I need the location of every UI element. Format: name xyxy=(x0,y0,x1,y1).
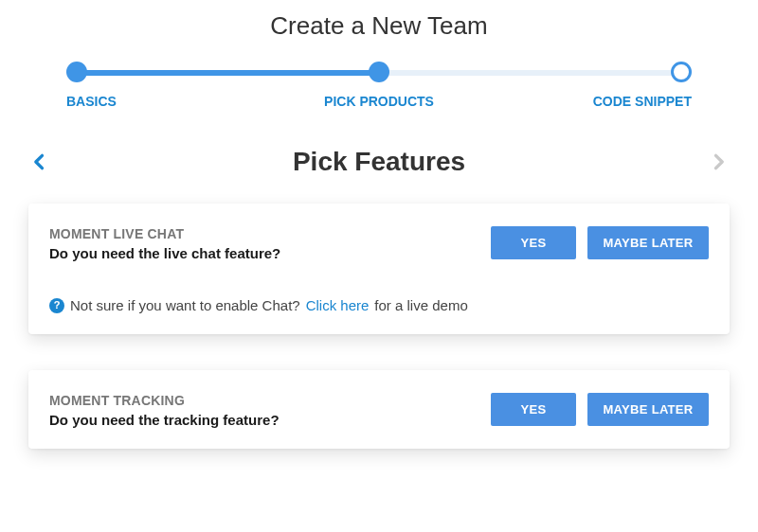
helper-link[interactable]: Click here xyxy=(306,297,370,313)
helper-text-after: for a live demo xyxy=(374,297,467,313)
card-overline: MOMENT LIVE CHAT xyxy=(49,226,491,241)
section-title: Pick Features xyxy=(293,147,465,177)
step-label: PICK PRODUCTS xyxy=(324,94,434,109)
chevron-left-icon[interactable] xyxy=(30,152,49,171)
feature-card-tracking: MOMENT TRACKING Do you need the tracking… xyxy=(28,370,730,449)
progress-stepper: BASICS PICK PRODUCTS CODE SNIPPET xyxy=(76,62,682,109)
maybe-later-button[interactable]: MAYBE LATER xyxy=(587,226,709,259)
yes-button[interactable]: YES xyxy=(491,393,576,426)
section-header: Pick Features xyxy=(28,147,730,177)
card-question: Do you need the live chat feature? xyxy=(49,245,491,261)
card-texts: MOMENT TRACKING Do you need the tracking… xyxy=(49,393,491,428)
step-code-snippet[interactable]: CODE SNIPPET xyxy=(578,62,692,109)
card-overline: MOMENT TRACKING xyxy=(49,393,491,408)
help-icon: ? xyxy=(49,298,64,313)
page-title: Create a New Team xyxy=(28,11,730,41)
step-label: CODE SNIPPET xyxy=(593,94,692,109)
chevron-right-icon[interactable] xyxy=(709,152,728,171)
yes-button[interactable]: YES xyxy=(491,226,576,259)
card-top-row: MOMENT LIVE CHAT Do you need the live ch… xyxy=(49,226,709,261)
step-circle-icon xyxy=(66,62,87,82)
card-top-row: MOMENT TRACKING Do you need the tracking… xyxy=(49,393,709,428)
step-basics[interactable]: BASICS xyxy=(66,62,180,109)
card-buttons: YES MAYBE LATER xyxy=(491,226,709,259)
feature-card-live-chat: MOMENT LIVE CHAT Do you need the live ch… xyxy=(28,204,730,334)
card-buttons: YES MAYBE LATER xyxy=(491,393,709,426)
helper-text-before: Not sure if you want to enable Chat? xyxy=(70,297,300,313)
step-circle-icon xyxy=(369,62,389,82)
card-texts: MOMENT LIVE CHAT Do you need the live ch… xyxy=(49,226,491,261)
stepper-nodes: BASICS PICK PRODUCTS CODE SNIPPET xyxy=(76,62,682,109)
step-circle-icon xyxy=(671,62,692,82)
step-label: BASICS xyxy=(66,94,117,109)
step-pick-products[interactable]: PICK PRODUCTS xyxy=(322,62,436,109)
card-helper: ? Not sure if you want to enable Chat? C… xyxy=(49,297,709,313)
card-question: Do you need the tracking feature? xyxy=(49,412,491,428)
maybe-later-button[interactable]: MAYBE LATER xyxy=(587,393,709,426)
